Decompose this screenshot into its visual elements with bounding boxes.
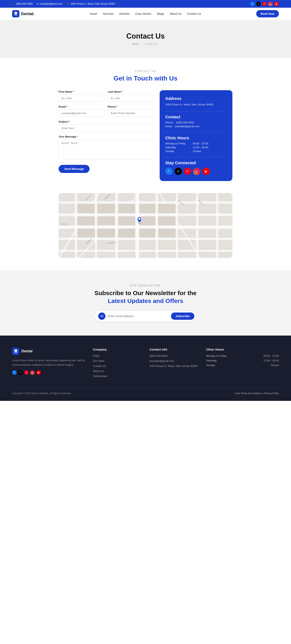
email-input[interactable] [59, 110, 104, 117]
footer-link-about[interactable]: About Us [93, 370, 141, 372]
title-highlight: Get in Touch [114, 75, 153, 82]
topbar-address: 2464 Royal Ln. Mesa, New Jersey 45463 [70, 2, 115, 5]
contact-section: CONTACT US Get in Touch with Us First Na… [54, 70, 237, 181]
svg-rect-12 [176, 193, 178, 258]
footer-contact-email: example@gmail.com [150, 360, 198, 362]
first-name-input[interactable] [59, 94, 104, 102]
footer-hours-sat: Saturday 11:00 - 20:00 [206, 359, 279, 362]
title-rest: with Us [153, 75, 177, 82]
navbar: 🦷 Dental. Home Services Dentists Case St… [0, 8, 291, 20]
svg-text:Warren St: Warren St [61, 223, 68, 225]
send-message-button[interactable]: Send Message [59, 165, 89, 173]
svg-rect-26 [158, 204, 175, 213]
footer-link-testimonials[interactable]: Testimonials [93, 374, 141, 378]
subject-group: Subject * [59, 120, 154, 132]
email-group: Email * [59, 105, 104, 117]
instagram-topbar-icon[interactable]: ◎ [268, 2, 273, 6]
footer-company-col: Company FAQs Our Team Contact Us About U… [93, 348, 141, 380]
map-container: Leonard St Broadway Spruce St William St… [59, 193, 232, 258]
nav-blogs[interactable]: Blogs [157, 12, 164, 15]
svg-rect-31 [139, 228, 155, 237]
first-name-group: First Name * [59, 90, 104, 102]
svg-rect-10 [135, 193, 139, 258]
address-title: Address [165, 96, 227, 101]
footer-company-links: FAQs Our Team Contact Us About Us Testim… [93, 354, 141, 378]
footer-hours-sun: Sunday Closed [206, 364, 279, 367]
last-name-label: Last Name * [108, 90, 154, 93]
svg-rect-24 [139, 204, 155, 213]
info-card: Address 2464 Royal Ln. Mesa, New Jersey … [160, 90, 232, 181]
nav-about-us[interactable]: About Us [170, 12, 182, 15]
newsletter-title: Subscribe to Our Newsletter for the Late… [4, 289, 287, 305]
footer-facebook-icon[interactable]: f [12, 370, 16, 375]
breadcrumb-home[interactable]: Home [132, 42, 139, 46]
message-textarea[interactable] [59, 139, 154, 160]
svg-rect-20 [98, 204, 115, 213]
nav-case-stories[interactable]: Case Stories [135, 12, 151, 15]
twitter-topbar-icon[interactable]: ✕ [256, 2, 261, 6]
logo-text: Dental. [21, 12, 34, 16]
nav-services[interactable]: Services [103, 12, 114, 15]
svg-rect-8 [95, 193, 97, 258]
top-bar: 📞 (000) 000-0000 ✉ example@gmail.com 📍 2… [0, 0, 291, 8]
footer-contact-col: Contact Info (000) 000-0000 example@gmai… [150, 348, 198, 380]
hours-time-mf: 09:00 - 22:00 [193, 142, 208, 145]
footer-hours-title: Clinic Hours [206, 348, 279, 351]
footer-twitter-icon[interactable]: ✕ [18, 370, 23, 375]
map-section: Leonard St Broadway Spruce St William St… [54, 193, 237, 258]
footer-legal-links: User Terms & Conditions | Privacy Policy [235, 392, 279, 395]
youtube-topbar-icon[interactable]: ▶ [275, 2, 279, 6]
svg-rect-21 [98, 216, 115, 225]
contact-section-label: CONTACT US [59, 70, 232, 72]
footer-social-icons: f ✕ P ◎ ▶ [12, 370, 85, 375]
newsletter-email-input[interactable] [108, 314, 171, 318]
footer-hours-day-sat: Saturday [206, 359, 217, 362]
footer-description: Lorem ipsum dolor sit amet, consectetur … [12, 358, 85, 367]
name-row: First Name * Last Name * [59, 90, 154, 102]
nav-home[interactable]: Home [89, 12, 97, 15]
svg-rect-28 [77, 228, 95, 237]
footer-instagram-icon[interactable]: ◎ [30, 370, 35, 375]
terms-link[interactable]: User Terms & Conditions [235, 392, 262, 395]
last-name-input[interactable] [108, 94, 154, 102]
mail-icon: ✉ [37, 2, 39, 5]
pinterest-icon[interactable]: P [184, 168, 191, 175]
first-name-label: First Name * [59, 90, 104, 93]
footer-link-contact[interactable]: Contact Us [93, 364, 141, 368]
instagram-icon[interactable]: ◎ [193, 168, 201, 175]
newsletter-label: OUR NEWSLETTER [4, 284, 287, 287]
svg-text:D: D [139, 218, 140, 220]
facebook-topbar-icon[interactable]: f [250, 2, 255, 6]
top-bar-left: 📞 (000) 000-0000 ✉ example@gmail.com 📍 2… [12, 2, 115, 5]
contact-phone-label: Phone : [165, 121, 174, 124]
facebook-icon[interactable]: f [165, 168, 173, 175]
nav-dentists[interactable]: Dentists [119, 12, 130, 15]
footer-contact-phone: (000) 000-0000 [150, 354, 198, 358]
footer-link-faqs[interactable]: FAQs [93, 354, 141, 358]
phone-input[interactable] [108, 110, 154, 117]
subscribe-button[interactable]: Subscribe [171, 312, 194, 320]
privacy-link[interactable]: Privacy Policy [264, 392, 279, 395]
svg-rect-30 [118, 228, 135, 237]
subject-input[interactable] [59, 124, 154, 132]
youtube-icon[interactable]: ▶ [203, 168, 210, 175]
nav-contact-us[interactable]: Contact Us [187, 12, 201, 15]
footer-grid: 🦷 Dental Lorem ipsum dolor sit amet, con… [12, 348, 279, 380]
footer-link-our-team[interactable]: Our Team [93, 360, 141, 362]
footer-pinterest-icon[interactable]: P [24, 370, 29, 375]
social-icons: f ✕ P ◎ ▶ [165, 168, 227, 175]
hours-title: Clinic Hours [165, 136, 227, 140]
svg-rect-19 [77, 216, 95, 225]
footer-copyright: Copyright © 2024 Dental Website. All Rig… [12, 392, 71, 395]
message-label: Your Message * [59, 135, 154, 138]
pinterest-topbar-icon[interactable]: P [262, 2, 267, 6]
contact-email-label: Email : [165, 125, 173, 128]
book-now-button[interactable]: Book Now [256, 10, 279, 18]
twitter-icon[interactable]: ✕ [175, 168, 182, 175]
logo: 🦷 Dental. [12, 10, 34, 18]
address-text: 2464 Royal Ln. Mesa, New Jersey 45463 [165, 102, 227, 107]
phone-icon: 📞 [12, 2, 15, 5]
phone-info: 📞 (000) 000-0000 [12, 2, 33, 5]
footer: 🦷 Dental Lorem ipsum dolor sit amet, con… [0, 336, 291, 401]
footer-youtube-icon[interactable]: ▶ [36, 370, 41, 375]
